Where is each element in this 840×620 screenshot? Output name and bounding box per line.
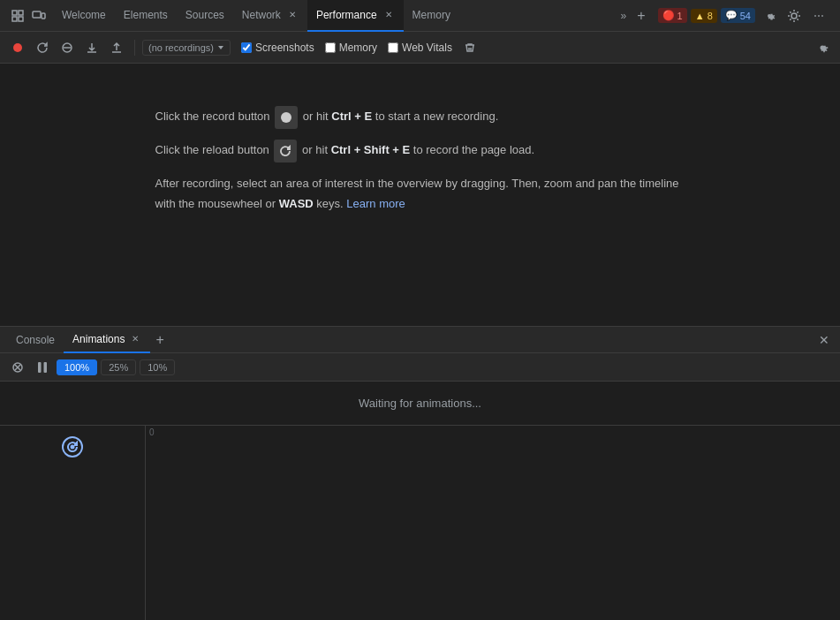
tab-performance-label: Performance [316, 9, 377, 21]
waiting-area: Waiting for animations... [0, 382, 840, 426]
tab-sources[interactable]: Sources [177, 0, 233, 32]
screenshots-checkbox[interactable]: Screenshots [241, 42, 314, 54]
delete-recordings-button[interactable] [459, 37, 481, 58]
clear-button[interactable] [57, 37, 78, 58]
speed-100-button[interactable]: 100% [57, 359, 97, 375]
main-content: Click the record button or hit Ctrl + E … [0, 64, 840, 267]
warn-badge[interactable]: ▲ 8 [691, 9, 717, 23]
save-profile-button[interactable] [106, 37, 127, 58]
log-count: 54 [740, 11, 751, 21]
ruler-zero: 0 [149, 427, 155, 437]
tab-welcome[interactable]: Welcome [53, 0, 115, 32]
waiting-text: Waiting for animations... [359, 397, 481, 410]
bottom-tab-add[interactable]: + [150, 332, 169, 348]
recordings-dropdown[interactable]: (no recordings) [142, 40, 231, 56]
log-icon: 💬 [725, 10, 738, 21]
tab-performance[interactable]: Performance ✕ [307, 0, 404, 32]
error-count: 1 [677, 11, 683, 21]
record-icon-inline [275, 106, 298, 129]
timeline-refresh-icon[interactable] [62, 436, 83, 457]
reload-record-button[interactable] [32, 37, 53, 58]
tab-network-close[interactable]: ✕ [286, 9, 299, 21]
svg-rect-2 [12, 17, 17, 21]
bottom-tab-animations-close[interactable]: ✕ [129, 333, 141, 345]
reload-icon-inline [274, 140, 297, 163]
tab-network-label: Network [242, 9, 281, 21]
bottom-panel-close[interactable]: ✕ [815, 333, 833, 347]
bottom-tab-animations-label: Animations [72, 333, 125, 345]
bottom-tab-bar: Console Animations ✕ + ✕ [0, 327, 840, 353]
instruction-reload: Click the reload button or hit Ctrl + Sh… [155, 140, 685, 163]
timeline-sidebar [0, 426, 146, 620]
performance-toolbar: (no recordings) Screenshots Memory Web V… [0, 32, 840, 64]
instructions-panel: Click the record button or hit Ctrl + E … [155, 106, 685, 225]
tab-add-icon: + [637, 8, 645, 24]
animations-pause-button[interactable] [32, 357, 53, 378]
tab-network[interactable]: Network ✕ [233, 0, 307, 32]
web-vitals-label: Web Vitals [402, 42, 452, 54]
tab-elements[interactable]: Elements [115, 0, 177, 32]
capture-settings-button[interactable] [812, 37, 833, 58]
tab-memory-label: Memory [412, 9, 450, 21]
instruction-record: Click the record button or hit Ctrl + E … [155, 106, 685, 129]
animations-toolbar: 100% 25% 10% [0, 353, 840, 382]
instruction-drag: After recording, select an area of inter… [155, 173, 685, 215]
error-badge[interactable]: 🔴 1 [658, 8, 687, 23]
memory-checkbox[interactable]: Memory [325, 42, 377, 54]
load-profile-button[interactable] [81, 37, 102, 58]
devtools-icons [4, 7, 53, 25]
speed-10-button[interactable]: 10% [140, 359, 175, 375]
device-icon[interactable] [30, 7, 48, 25]
ctrl-shift-e-shortcut: Ctrl + Shift + E [331, 143, 411, 156]
tab-elements-label: Elements [124, 9, 168, 21]
speed-25-button[interactable]: 25% [101, 359, 136, 375]
record-button[interactable] [7, 37, 28, 58]
svg-rect-5 [42, 13, 45, 19]
record-dot [281, 112, 291, 123]
tab-memory[interactable]: Memory [404, 0, 459, 32]
screenshots-label: Screenshots [255, 42, 314, 54]
memory-input[interactable] [325, 42, 336, 53]
tab-overflow-icon: » [621, 10, 627, 22]
tab-sources-label: Sources [185, 9, 224, 21]
main-tabs: Welcome Elements Sources Network ✕ Perfo… [53, 0, 616, 32]
recordings-value: (no recordings) [148, 42, 214, 53]
bottom-panel: Console Animations ✕ + ✕ 100% [0, 326, 840, 620]
memory-label: Memory [339, 42, 377, 54]
tab-add-button[interactable]: + [632, 8, 650, 24]
tab-bar: Welcome Elements Sources Network ✕ Perfo… [0, 0, 840, 32]
web-vitals-input[interactable] [388, 42, 398, 53]
svg-point-7 [13, 43, 22, 52]
svg-rect-0 [12, 11, 17, 15]
toolbar-separator [134, 40, 135, 56]
svg-rect-14 [44, 362, 48, 373]
wasd-key: WASD [279, 197, 314, 210]
toolbar-checkboxes: Screenshots Memory Web Vitals [241, 42, 452, 54]
svg-rect-4 [33, 11, 41, 18]
timeline-ruler: 0 [146, 426, 840, 620]
warn-icon: ▲ [695, 11, 705, 21]
inspect-icon[interactable] [9, 7, 26, 25]
tab-performance-close[interactable]: ✕ [382, 9, 395, 21]
learn-more-link[interactable]: Learn more [346, 197, 405, 210]
svg-point-6 [791, 13, 797, 19]
settings-icon[interactable] [759, 5, 780, 26]
screenshots-input[interactable] [241, 42, 252, 53]
web-vitals-checkbox[interactable]: Web Vitals [388, 42, 452, 54]
bottom-tab-console-label: Console [16, 334, 55, 346]
ctrl-e-shortcut: Ctrl + E [331, 110, 372, 123]
animations-clear-button[interactable] [7, 357, 28, 378]
log-badge[interactable]: 💬 54 [721, 8, 755, 23]
header-right-icons: 🔴 1 ▲ 8 💬 54 ⋯ [651, 5, 836, 26]
timeline-area: 0 [0, 426, 840, 620]
svg-rect-3 [19, 17, 23, 21]
tab-welcome-label: Welcome [62, 9, 106, 21]
more-icon[interactable]: ⋯ [808, 5, 829, 26]
bottom-tab-animations[interactable]: Animations ✕ [64, 327, 150, 353]
bottom-tab-console[interactable]: Console [7, 327, 64, 353]
svg-rect-13 [38, 362, 42, 373]
tab-overflow-button[interactable]: » [616, 10, 632, 22]
customize-icon[interactable] [783, 5, 805, 26]
svg-rect-1 [19, 11, 23, 15]
error-icon: 🔴 [662, 10, 675, 21]
